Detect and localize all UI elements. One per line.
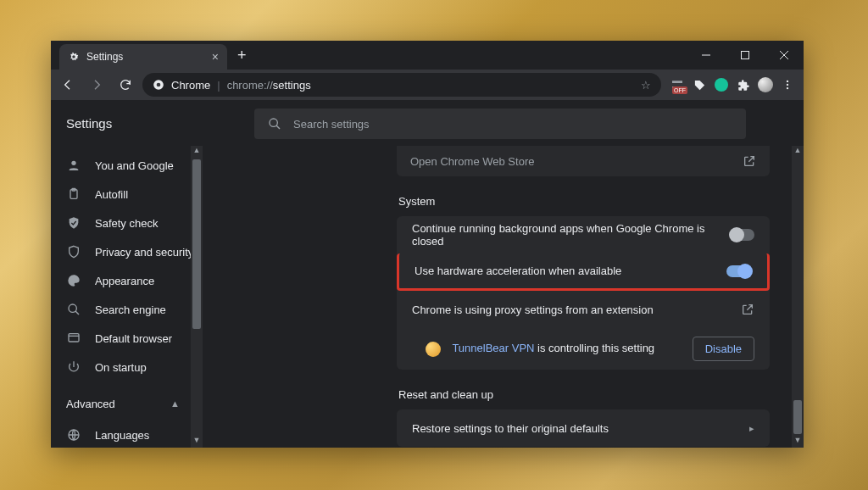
- sidebar-item-appearance[interactable]: Appearance: [51, 266, 195, 295]
- settings-search[interactable]: [254, 109, 746, 139]
- svg-point-10: [69, 304, 76, 312]
- scrollbar-thumb[interactable]: [793, 400, 802, 434]
- close-icon[interactable]: ×: [212, 50, 219, 64]
- check-shield-icon: [66, 216, 81, 230]
- sidebar-item-label: Privacy and security: [95, 246, 193, 259]
- extensions-puzzle-icon[interactable]: [736, 77, 751, 92]
- minimize-button[interactable]: [687, 41, 726, 70]
- browser-icon: [66, 331, 81, 345]
- scrollbar-thumb[interactable]: [192, 159, 201, 329]
- row-restore-defaults[interactable]: Restore settings to their original defau…: [397, 409, 770, 447]
- svg-point-7: [71, 161, 75, 165]
- svg-point-2: [157, 83, 161, 87]
- tab-settings[interactable]: Settings ×: [59, 44, 227, 70]
- kebab-menu-icon[interactable]: [780, 77, 795, 92]
- sidebar-item-you-and-google[interactable]: You and Google: [51, 151, 195, 180]
- back-button[interactable]: [56, 73, 80, 97]
- row-controlling-extension: TunnelBear VPN is controlling this setti…: [397, 328, 770, 370]
- row-label: Open Chrome Web Store: [410, 155, 534, 168]
- scroll-up-arrow-icon[interactable]: ▲: [792, 146, 804, 158]
- magnify-icon: [66, 303, 81, 316]
- new-tab-button[interactable]: +: [227, 47, 257, 64]
- sidebar-item-default-browser[interactable]: Default browser: [51, 324, 195, 353]
- sidebar-item-search-engine[interactable]: Search engine: [51, 295, 195, 324]
- row-background-apps[interactable]: Continue running background apps when Go…: [397, 216, 770, 253]
- extensions-tray: OFF: [666, 77, 798, 92]
- svg-rect-0: [742, 52, 749, 59]
- controlling-extension-text: TunnelBear VPN is controlling this setti…: [426, 342, 654, 357]
- sidebar-scrollbar[interactable]: ▲ ▼: [191, 146, 203, 448]
- clipboard-icon: [66, 187, 81, 201]
- row-proxy-settings[interactable]: Chrome is using proxy settings from an e…: [397, 291, 770, 328]
- chevron-up-icon: ▲: [170, 398, 180, 409]
- globe-icon: [66, 428, 81, 442]
- extension-tag-icon[interactable]: [692, 77, 707, 92]
- reset-card: Restore settings to their original defau…: [397, 409, 770, 447]
- web-store-link-row[interactable]: Open Chrome Web Store: [397, 146, 770, 176]
- search-icon: [268, 117, 281, 131]
- section-reset-title: Reset and clean up: [398, 388, 770, 401]
- tab-strip: Settings × +: [51, 41, 804, 70]
- section-system-title: System: [398, 195, 770, 208]
- chrome-icon: [153, 79, 164, 91]
- search-input[interactable]: [293, 118, 732, 131]
- address-bar[interactable]: Chrome | chrome://settings ☆: [142, 73, 661, 97]
- sidebar-item-label: Languages: [95, 429, 149, 442]
- sidebar-item-label: Appearance: [95, 275, 154, 287]
- bookmark-star-icon[interactable]: ☆: [641, 79, 651, 92]
- person-icon: [66, 159, 81, 172]
- settings-sidebar: You and Google Autofill Safety check Pri…: [51, 146, 195, 448]
- sidebar-advanced-toggle[interactable]: Advanced ▲: [51, 387, 195, 420]
- sidebar-item-label: On startup: [95, 361, 147, 374]
- scroll-down-arrow-icon[interactable]: ▼: [191, 436, 203, 448]
- settings-main: Open Chrome Web Store System Continue ru…: [348, 146, 804, 448]
- row-label: Chrome is using proxy settings from an e…: [412, 303, 654, 316]
- forward-button[interactable]: [85, 73, 108, 97]
- main-scrollbar[interactable]: ▲ ▼: [792, 146, 804, 448]
- toggle-hardware-acceleration[interactable]: [726, 265, 752, 277]
- tab-title: Settings: [86, 51, 123, 63]
- url-path: chrome://settings: [227, 79, 311, 92]
- extension-off-badge[interactable]: OFF: [670, 77, 685, 92]
- sidebar-item-safety-check[interactable]: Safety check: [51, 209, 195, 237]
- svg-rect-11: [69, 334, 79, 342]
- tunnelbear-icon: [426, 342, 441, 357]
- reload-button[interactable]: [114, 73, 137, 97]
- svg-point-5: [787, 87, 788, 89]
- row-label: Restore settings to their original defau…: [412, 422, 609, 435]
- scroll-down-arrow-icon[interactable]: ▼: [792, 436, 804, 448]
- maximize-button[interactable]: [726, 41, 765, 70]
- open-external-icon: [743, 154, 756, 168]
- sidebar-item-label: Advanced: [66, 398, 115, 410]
- row-hardware-acceleration[interactable]: Use hardware acceleration when available: [397, 253, 770, 291]
- row-label: Continue running background apps when Go…: [412, 222, 730, 248]
- extension-grammarly-icon[interactable]: [714, 77, 729, 92]
- scroll-up-arrow-icon[interactable]: ▲: [191, 146, 203, 158]
- controlling-suffix: is controlling this setting: [534, 342, 654, 354]
- row-label: Use hardware acceleration when available: [415, 264, 621, 277]
- power-icon: [66, 360, 81, 374]
- sidebar-item-label: Search engine: [95, 303, 166, 316]
- url-scheme: Chrome: [171, 79, 210, 92]
- profile-avatar[interactable]: [758, 77, 773, 92]
- close-window-button[interactable]: [765, 41, 804, 70]
- svg-point-3: [787, 81, 788, 82]
- gear-icon: [68, 51, 80, 63]
- open-external-icon: [741, 303, 754, 316]
- settings-page: Settings You and Google Autofill Safety …: [51, 100, 804, 448]
- sidebar-item-on-startup[interactable]: On startup: [51, 353, 195, 381]
- sidebar-item-autofill[interactable]: Autofill: [51, 180, 195, 209]
- shield-icon: [66, 245, 81, 259]
- chevron-right-icon: ▸: [749, 423, 754, 434]
- toolbar: Chrome | chrome://settings ☆ OFF: [51, 70, 804, 100]
- toggle-background-apps[interactable]: [730, 229, 754, 241]
- sidebar-item-label: Default browser: [95, 332, 172, 345]
- page-title: Settings: [66, 116, 112, 131]
- disable-extension-button[interactable]: Disable: [693, 337, 754, 361]
- extension-name[interactable]: TunnelBear VPN: [452, 342, 534, 354]
- window-controls: [687, 41, 804, 70]
- palette-icon: [66, 274, 81, 287]
- sidebar-item-privacy[interactable]: Privacy and security: [51, 237, 195, 266]
- sidebar-item-label: Safety check: [95, 217, 158, 230]
- sidebar-item-languages[interactable]: Languages: [51, 420, 195, 448]
